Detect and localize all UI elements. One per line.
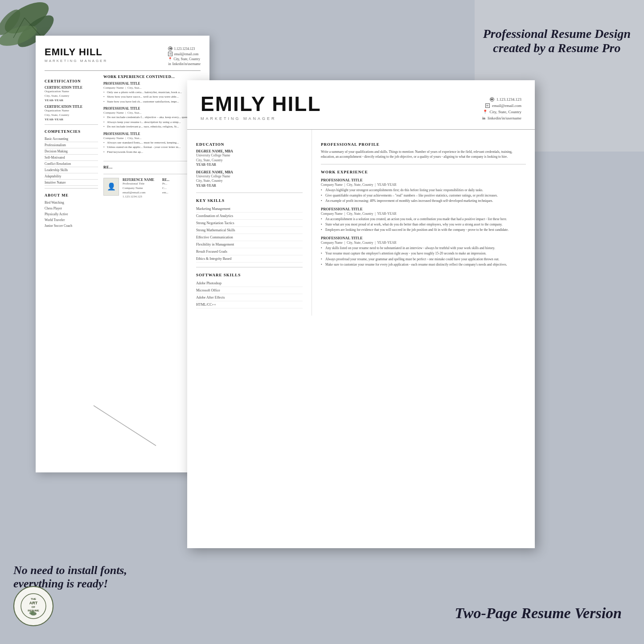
education-section-title: EDUCATION bbox=[196, 142, 303, 147]
cert-1-detail: Organization NameCity, State, CountryYEA… bbox=[45, 90, 98, 103]
p2-location-icon: 📍 bbox=[483, 110, 488, 114]
p1-contact: ☎ 1.123.1234.123 ✉ email@email.com 📍 Cit… bbox=[168, 46, 201, 67]
email-icon: ✉ bbox=[168, 52, 172, 56]
skill-1: Marketing Management bbox=[196, 205, 303, 213]
p2-job3-b1: Any skills listed on your resume need to… bbox=[321, 246, 526, 250]
art-of-resume-logo: THE ART OF RESUME bbox=[13, 586, 53, 626]
comp-2: Professionalism bbox=[45, 142, 98, 148]
p2-email-icon: ✉ bbox=[485, 103, 490, 108]
competencies-section-title: COMPETENCIES bbox=[45, 129, 98, 134]
svg-point-2 bbox=[0, 21, 39, 50]
p1-job3-company: Company Name | City, Stat... bbox=[103, 136, 201, 140]
degree-2: DEGREE NAME, MBA bbox=[196, 170, 303, 174]
comp-6: Leadership Skills bbox=[45, 167, 98, 173]
p2-job1-b2: Give quantifiable examples of your achie… bbox=[321, 193, 526, 198]
p2-job2-b1: An accomplishment is a solution you crea… bbox=[321, 217, 526, 222]
top-right-heading: Professional Resume Design created by a … bbox=[483, 27, 631, 55]
p2-left-column: EDUCATION DEGREE NAME, MBA University Co… bbox=[187, 130, 312, 316]
sw-4: HTML/CC++ bbox=[196, 301, 303, 308]
p1-job2-b3: Do not include irrelevant p... race, eth… bbox=[103, 125, 201, 129]
p2-header: EMILY HILL MARKETING MANAGER ☎ 1.123.123… bbox=[187, 80, 535, 130]
heading-line1: Professional Resume Design bbox=[483, 27, 631, 41]
about-5: Junior Soccer Coach bbox=[45, 223, 98, 229]
p2-job3-b2: Your resume must capture the employer's … bbox=[321, 251, 526, 256]
resume-page-1: EMILY HILL MARKETING MANAGER ☎ 1.123.123… bbox=[36, 36, 209, 472]
reference-box: 👤 REFERENCE NAME Professional Title Comp… bbox=[103, 174, 201, 199]
p2-job3-company: Company Name | City, State, Country | YE… bbox=[321, 241, 526, 245]
profile-section-title: PROFESSIONAL PROFILE bbox=[321, 142, 526, 147]
bottom-heading-line1: No need to install fonts, bbox=[13, 564, 127, 577]
p2-job3-title: PROFESSIONAL TITLE bbox=[321, 236, 526, 240]
school-2: University College NameCity, State, Coun… bbox=[196, 174, 303, 189]
p2-right-column: PROFESSIONAL PROFILE Write a summary of … bbox=[312, 130, 535, 316]
location-icon: 📍 bbox=[168, 57, 172, 61]
work-exp-section-title: WORK EXPERIENCE CONTINUED... bbox=[103, 74, 201, 79]
profile-text: Write a summary of your qualifications a… bbox=[321, 149, 526, 160]
certification-section-title: CERTIFICATION bbox=[45, 79, 98, 83]
reference-section-title: RE... bbox=[103, 165, 201, 169]
p2-job2-b3: Employers are looking for evidence that … bbox=[321, 228, 526, 232]
ref-detail: Professional Title Company Name email@em… bbox=[123, 182, 154, 199]
p2-job1-b1: Always highlight your strongest accompli… bbox=[321, 188, 526, 193]
p1-left-column: CERTIFICATION CERTIFICATION TITLE Organi… bbox=[45, 74, 98, 229]
p1-job2-b1: Do not include credentials f... objectiv… bbox=[103, 115, 201, 119]
p1-job3-b2: Unless stated on the applic... format - … bbox=[103, 145, 201, 149]
skill-5: Effective Communication bbox=[196, 234, 303, 241]
sw-2: Microsoft Office bbox=[196, 287, 303, 294]
heading-line2: created by a Resume Pro bbox=[483, 41, 631, 55]
skill-6: Flexibility in Management bbox=[196, 241, 303, 248]
p1-job3-title: PROFESSIONAL TITLE bbox=[103, 132, 201, 136]
svg-text:ART: ART bbox=[29, 601, 38, 605]
school-1: University College NameCity, State, Coun… bbox=[196, 153, 303, 168]
p1-job3-b1: Always use standard fonts,... must be re… bbox=[103, 141, 201, 145]
cert-2-detail: Organization NameCity, State, CountryYEA… bbox=[45, 109, 98, 122]
skill-8: Ethics & Integrity Based bbox=[196, 255, 303, 263]
p2-job1-title: PROFESSIONAL TITLE bbox=[321, 178, 526, 182]
svg-text:RESUME: RESUME bbox=[28, 609, 39, 612]
p2-job1-b3: An example of profit increasing: 40% imp… bbox=[321, 199, 526, 203]
cert-1-title: CERTIFICATION TITLE bbox=[45, 86, 98, 90]
about-3: Physically Active bbox=[45, 211, 98, 217]
about-2: Chess Player bbox=[45, 205, 98, 211]
software-section-title: SOFTWARE SKILLS bbox=[196, 273, 303, 277]
skill-4: Strong Mathematical Skills bbox=[196, 227, 303, 234]
p2-job2-title: PROFESSIONAL TITLE bbox=[321, 207, 526, 211]
p1-job1-b3: State how you have led ch... customer sa… bbox=[103, 100, 201, 104]
two-page-label: Two-Page Resume Version bbox=[455, 605, 622, 622]
svg-point-3 bbox=[0, 6, 24, 39]
svg-line-5 bbox=[13, 18, 25, 38]
p2-phone-icon: ☎ bbox=[490, 97, 494, 102]
comp-8: Intuitive Nature bbox=[45, 180, 98, 186]
p1-right-column: WORK EXPERIENCE CONTINUED... PROFESSIONA… bbox=[103, 74, 201, 229]
comp-5: Conflict Resolution bbox=[45, 161, 98, 167]
p1-job1-company: Company Name | City, Stat... bbox=[103, 86, 201, 90]
key-skills-section-title: KEY SKILLS bbox=[196, 198, 303, 203]
p1-job2-company: Company Name | City, Stat... bbox=[103, 111, 201, 115]
p1-job1-b1: Only use a photo with certa... hairstyli… bbox=[103, 90, 201, 94]
p1-name: EMILY HILL bbox=[45, 46, 159, 58]
comp-4: Self-Motivated bbox=[45, 155, 98, 161]
p1-job2-b2: Always keep your resume i... description… bbox=[103, 120, 201, 124]
ref-name: REFERENCE NAME bbox=[123, 178, 154, 182]
work-section-title: WORK EXPERIENCE bbox=[321, 170, 526, 174]
svg-text:OF: OF bbox=[32, 606, 36, 608]
logo-circle-svg: THE ART OF RESUME bbox=[20, 593, 47, 619]
about-section-title: ABOUT ME bbox=[45, 193, 98, 197]
skill-3: Strong Negotiation Tactics bbox=[196, 220, 303, 227]
comp-3: Decision Making bbox=[45, 148, 98, 155]
p2-job3-b3: Always proofread your resume, your gramm… bbox=[321, 257, 526, 262]
p1-job1-title: PROFESSIONAL TITLE bbox=[103, 82, 201, 86]
comp-7: Adaptability bbox=[45, 173, 98, 180]
p1-job3-b3: Find keywords from the ap... bbox=[103, 150, 201, 154]
ref-photo-icon: 👤 bbox=[103, 178, 119, 196]
bottom-right-heading: Two-Page Resume Version bbox=[455, 605, 622, 622]
p2-job2-b2: State what are you most proud of at work… bbox=[321, 222, 526, 227]
svg-point-0 bbox=[0, 0, 53, 40]
p1-job1-b2: Show how you have succe... well as how y… bbox=[103, 95, 201, 99]
p2-job3-b4: Make sure to customize your resume for e… bbox=[321, 263, 526, 267]
p2-name: EMILY HILL bbox=[201, 94, 321, 114]
skill-7: Result Focused Goals bbox=[196, 248, 303, 255]
p2-contact: ☎ 1.123.1234.123 ✉ email@email.com 📍 Cit… bbox=[482, 94, 521, 122]
sw-3: Adobe After Effects bbox=[196, 294, 303, 301]
svg-text:THE: THE bbox=[31, 598, 36, 600]
